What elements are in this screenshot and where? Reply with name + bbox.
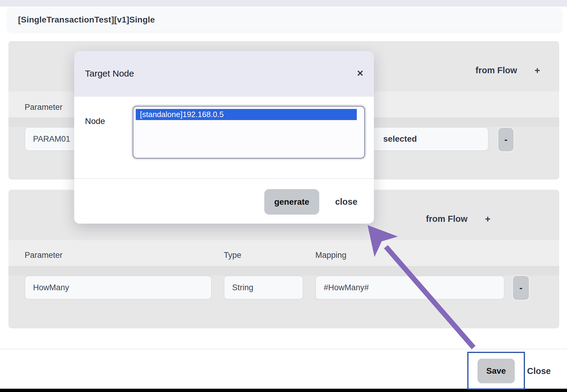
remove-row-button[interactable]: - bbox=[497, 127, 514, 152]
request-panel-header: from Flow + bbox=[475, 65, 540, 75]
params-panel-header: from Flow + bbox=[426, 214, 490, 224]
top-strip bbox=[0, 0, 567, 7]
modal-close-button[interactable]: close bbox=[331, 189, 361, 215]
from-flow-label: from Flow bbox=[426, 214, 468, 224]
parameter-input[interactable] bbox=[25, 276, 212, 300]
save-button[interactable]: Save bbox=[478, 359, 515, 383]
mapping-column-label: Mapping bbox=[315, 251, 347, 260]
add-row-icon[interactable]: + bbox=[535, 66, 540, 75]
parameter-column-label: Parameter bbox=[25, 103, 62, 112]
page: [SingleTransactionTest][v1]Single from F… bbox=[0, 0, 567, 392]
generate-button[interactable]: generate bbox=[264, 189, 319, 215]
mapping-input[interactable] bbox=[315, 276, 505, 300]
node-option-selected[interactable]: [standalone]192.168.0.5 bbox=[136, 109, 357, 120]
node-listbox[interactable]: [standalone]192.168.0.5 bbox=[133, 106, 365, 158]
from-flow-label: from Flow bbox=[475, 65, 517, 75]
footer-close-button[interactable]: Close bbox=[527, 366, 551, 376]
page-title: [SingleTransactionTest][v1]Single bbox=[18, 15, 155, 25]
row-band bbox=[8, 240, 559, 266]
type-column-label: Type bbox=[224, 251, 241, 260]
test-title-bar: [SingleTransactionTest][v1]Single bbox=[8, 8, 562, 32]
close-icon[interactable]: ✕ bbox=[357, 68, 364, 78]
type-input[interactable] bbox=[224, 276, 303, 300]
target-node-modal: Target Node ✕ Node [standalone]192.168.0… bbox=[74, 51, 374, 224]
modal-footer-divider bbox=[74, 178, 374, 179]
add-row-icon[interactable]: + bbox=[485, 215, 490, 224]
bottom-black-bar bbox=[0, 389, 567, 392]
remove-row-button[interactable]: - bbox=[512, 275, 530, 301]
parameter-column-label: Parameter bbox=[25, 251, 62, 260]
row-band bbox=[8, 266, 559, 276]
node-label: Node bbox=[85, 116, 105, 126]
modal-title: Target Node bbox=[85, 68, 134, 79]
footer-divider bbox=[0, 349, 567, 349]
